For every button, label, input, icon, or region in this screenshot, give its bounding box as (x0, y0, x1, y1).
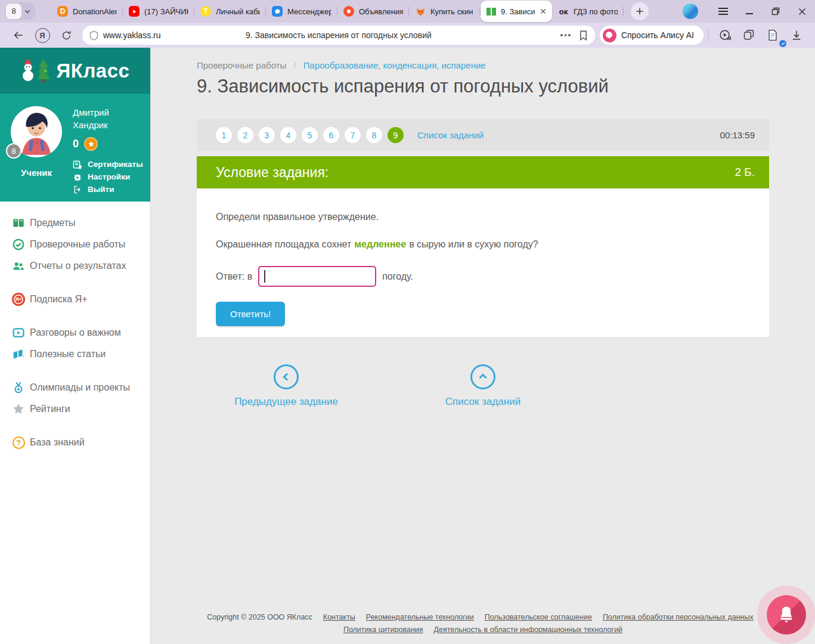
question-8-button[interactable]: 8 (366, 127, 382, 143)
question-1-button[interactable]: 1 (216, 127, 232, 143)
previous-task-label: Предыдущее задание (191, 396, 382, 408)
question-icon: ? (12, 436, 25, 449)
timer: 00:13:59 (720, 130, 755, 140)
url-text: www.yaklass.ru (103, 30, 160, 40)
sidebar-item-tests[interactable]: Проверочные работы (0, 234, 150, 255)
tab-ads[interactable]: Объявления (337, 0, 409, 23)
question-6-button[interactable]: 6 (323, 127, 339, 143)
window-restore-button[interactable] (763, 0, 789, 23)
plus-icon (636, 7, 644, 16)
sidebar-item-olympiads[interactable]: Олимпиады и проекты (0, 377, 150, 398)
submit-answer-button[interactable]: Ответить! (216, 302, 285, 326)
sidebar-item-subjects[interactable]: Предметы (0, 212, 150, 234)
main-content: Проверочные работы / Парообразование, ко… (151, 48, 815, 644)
question-2-button[interactable]: 2 (237, 127, 253, 143)
tab-messenger[interactable]: Мессенджер (266, 0, 337, 23)
sync-status-button[interactable] (761, 25, 784, 45)
logo-text: ЯКласс (57, 60, 130, 82)
tab-gdz[interactable]: ок ГДЗ по фото (552, 0, 624, 23)
user-profile-block: 8 Ученик Дмитрий Хандрик 0 (0, 94, 150, 202)
sidebar-item-articles[interactable]: Полезные статьи (0, 343, 150, 365)
tab-groups-button[interactable] (737, 25, 760, 45)
gear-icon (73, 172, 82, 182)
question-text-after: в сырую или в сухую погоду? (409, 239, 538, 249)
notifications-fab[interactable] (757, 586, 815, 644)
new-tab-button[interactable] (631, 2, 649, 20)
text-caret (264, 270, 265, 283)
address-bar[interactable]: www.yaklass.ru 9. Зависимость испарения … (82, 26, 595, 45)
bookmark-icon[interactable] (579, 30, 588, 41)
donationalerts-icon: D (57, 6, 68, 17)
certificates-label: Сертификаты (88, 160, 143, 169)
settings-link[interactable]: Настройки (73, 171, 143, 183)
window-close-button[interactable] (789, 0, 815, 23)
media-playback-button[interactable] (714, 25, 736, 45)
question-4-button[interactable]: 4 (280, 127, 296, 143)
question-5-button[interactable]: 5 (302, 127, 318, 143)
footer-link-contacts[interactable]: Контакты (323, 613, 355, 621)
answer-input[interactable] (258, 266, 376, 287)
question-text-before: Окрашенная площадка сохнет (216, 239, 351, 249)
youtube-icon (129, 6, 140, 17)
star-icon (12, 402, 25, 416)
ask-alice-button[interactable]: Спросить Алису AI (600, 26, 704, 45)
settings-label: Настройки (88, 172, 130, 181)
sidebar-item-reports[interactable]: Отчеты о результатах (0, 255, 150, 277)
user-links: Сертификаты Настройки Выйти (73, 158, 143, 196)
question-7-button[interactable]: 7 (345, 127, 361, 143)
footer-link-recommendation[interactable]: Рекомендательные технологии (366, 613, 474, 621)
tab-label: Объявления (359, 7, 403, 16)
close-tab-icon[interactable] (540, 8, 546, 14)
tab-donationalerts[interactable]: D DonationAler (51, 0, 123, 23)
omnibox-actions (560, 30, 588, 41)
footer-link-citation[interactable]: Политика цитирования (343, 626, 423, 634)
ask-alice-label: Спросить Алису AI (621, 30, 694, 40)
refresh-button[interactable] (55, 25, 78, 45)
question-3-button[interactable]: 3 (259, 127, 275, 143)
back-button[interactable] (7, 25, 30, 45)
footer-link-it-activity[interactable]: Деятельность в области информационных те… (434, 626, 623, 634)
star-badge-icon (84, 137, 98, 151)
ya-plus-icon: Я+ (12, 293, 25, 306)
articles-icon (12, 348, 25, 361)
sidebar-item-knowledge-base[interactable]: ? База знаний (0, 432, 150, 453)
menu-label: База знаний (30, 437, 85, 448)
browser-profile-avatar[interactable] (683, 4, 698, 19)
tab-counter-button[interactable]: 8 (5, 2, 36, 20)
breadcrumb-parent[interactable]: Проверочные работы (197, 60, 286, 70)
tab-count: 8 (6, 4, 21, 19)
window-minimize-button[interactable] (736, 0, 763, 23)
tab-personal-account[interactable]: T Личный каби (194, 0, 266, 23)
books-icon (12, 216, 25, 230)
user-first-name: Дмитрий (73, 106, 143, 119)
downloads-button[interactable] (785, 25, 808, 45)
tab-buy-skins[interactable]: Купить скин (409, 0, 481, 23)
breadcrumb-current-link[interactable]: Парообразование, конденсация, испарение (303, 60, 486, 70)
tab-yaklass-active[interactable]: 9. Зависим (481, 1, 552, 22)
previous-task-link[interactable]: Предыдущее задание (191, 364, 382, 408)
page-body: ЯКласс (0, 48, 815, 644)
refresh-icon (61, 30, 72, 41)
answer-row: Ответ: в погоду. (216, 266, 750, 287)
question-9-button-active[interactable]: 9 (388, 127, 404, 143)
sidebar-item-ratings[interactable]: Рейтинги (0, 398, 150, 420)
footer-link-personal-data[interactable]: Политика обработки персональных данных (603, 613, 754, 621)
certificates-link[interactable]: Сертификаты (73, 158, 143, 171)
sidebar-item-subscription[interactable]: Я+ Подписка Я+ (0, 289, 150, 310)
sidebar-menu: Предметы Проверочные работы Отчеты о рез… (0, 202, 150, 453)
document-icon (767, 29, 778, 41)
yaklass-logo[interactable]: ЯКласс (0, 48, 150, 94)
sidebar-item-important-talks[interactable]: Разговоры о важном (0, 322, 150, 343)
tab-youtube[interactable]: (17) ЗАЙЧИК (123, 0, 194, 23)
more-actions-icon[interactable] (560, 34, 571, 36)
video-icon (12, 326, 25, 339)
user-avatar[interactable]: 8 (11, 106, 62, 157)
yandex-logo-button[interactable]: Я (31, 25, 54, 45)
task-list-link[interactable]: Список заданий (417, 130, 484, 140)
footer-row-2: Политика цитированияДеятельность в облас… (173, 624, 793, 636)
browser-menu-button[interactable] (710, 0, 736, 23)
footer-link-agreement[interactable]: Пользовательское соглашение (485, 613, 592, 621)
logout-link[interactable]: Выйти (73, 183, 143, 196)
download-icon (791, 30, 802, 41)
task-list-bottom-link[interactable]: Список заданий (388, 364, 578, 408)
